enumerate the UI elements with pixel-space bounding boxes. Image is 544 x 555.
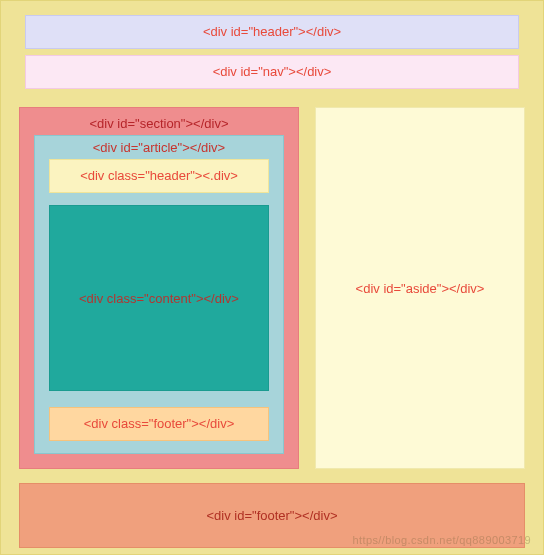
nav-box: <div id="nav"></div> bbox=[25, 55, 519, 89]
article-inner-footer: <div class="footer"></div> bbox=[49, 407, 269, 441]
footer-label: <div id="footer"></div> bbox=[206, 508, 337, 523]
nav-label: <div id="nav"></div> bbox=[213, 64, 332, 79]
article-box: <div id="article"></div> <div class="hea… bbox=[34, 135, 284, 454]
header-label: <div id="header"></div> bbox=[203, 24, 341, 39]
article-inner-header-label: <div class="header"><.div> bbox=[80, 168, 238, 183]
aside-box: <div id="aside"></div> bbox=[315, 107, 525, 469]
top-area: <div id="header"></div> <div id="nav"></… bbox=[19, 15, 525, 89]
layout-diagram: <div id="header"></div> <div id="nav"></… bbox=[0, 0, 544, 555]
footer-box: <div id="footer"></div> bbox=[19, 483, 525, 548]
header-box: <div id="header"></div> bbox=[25, 15, 519, 49]
aside-label: <div id="aside"></div> bbox=[356, 281, 485, 296]
article-inner-content: <div class="content"></div> bbox=[49, 205, 269, 391]
article-inner-footer-label: <div class="footer"></div> bbox=[84, 416, 235, 431]
article-inner-content-label: <div class="content"></div> bbox=[79, 291, 239, 306]
article-inner-header: <div class="header"><.div> bbox=[49, 159, 269, 193]
section-label: <div id="section"></div> bbox=[90, 114, 229, 135]
middle-area: <div id="section"></div> <div id="articl… bbox=[19, 107, 525, 469]
section-box: <div id="section"></div> <div id="articl… bbox=[19, 107, 299, 469]
article-label: <div id="article"></div> bbox=[93, 138, 225, 159]
